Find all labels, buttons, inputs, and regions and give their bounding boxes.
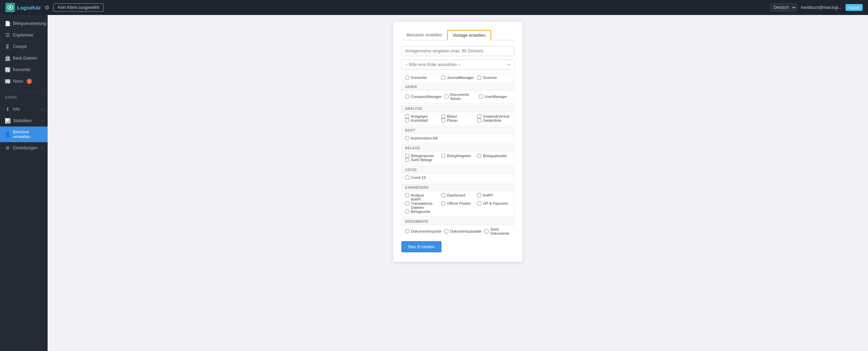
checkbox-companymanager[interactable]	[405, 95, 409, 99]
topbar-right: Deutsch English handbuch@mail.logi... lo…	[770, 3, 863, 12]
perm-item-dokumentimporter: Dokumentimporter	[405, 227, 441, 235]
perm-group-body-covid: Covid 19	[402, 173, 514, 182]
perm-group-covid: COVID Covid 19	[401, 166, 514, 183]
checkbox-gewinn-verlust[interactable]	[477, 114, 481, 118]
perm-group-dokumente: DOKUMENTE Dokumentimporter Dokumentuploa…	[401, 218, 514, 236]
language-select[interactable]: Deutsch English	[770, 3, 797, 12]
perm-label-documents-admin: Documents Admin	[450, 93, 476, 101]
submit-button[interactable]: Neu Erstellen	[401, 241, 441, 252]
checkbox-analyse[interactable]	[405, 193, 409, 197]
perm-item-op-payment: OP & Payment	[477, 197, 511, 210]
checkbox-offene-posten[interactable]	[441, 201, 445, 205]
perm-label-kontoblatt: Kontoblatt	[411, 118, 428, 122]
logo-text: LogisthAI	[17, 5, 40, 11]
logo-brand: Logisth	[17, 5, 35, 11]
checkbox-dashboard[interactable]	[441, 193, 445, 197]
checkbox-saldenliste[interactable]	[477, 118, 481, 122]
sidebar-nav-section: 📄 Belegverarbeitung ☰ Ergebnisse 🎛 Cockp…	[0, 15, 48, 90]
checkbox-beleguploader[interactable]	[477, 154, 481, 158]
perm-item-dokumentuploader: Dokumentuploader	[444, 227, 482, 235]
checkbox-belegimporter[interactable]	[405, 154, 409, 158]
logo: LogisthAI	[5, 3, 40, 12]
checkbox-kontoblatt[interactable]	[405, 118, 409, 122]
checkbox-journalmanager[interactable]	[441, 76, 445, 80]
sidebar-item-benutzer-verwalten[interactable]: 👤 Benutzer verwalten	[0, 127, 48, 142]
perm-group-analyse: ANALYSE Anlagegut Bilanz Gewinn&Verlust …	[401, 105, 514, 126]
sidebar-item-einstellungen[interactable]: ⚙ Einstellungen ›	[0, 142, 48, 154]
checkbox-documents-admin[interactable]	[445, 95, 449, 99]
sidebar-item-konverter[interactable]: 🔄 Konverter	[0, 64, 48, 76]
checkbox-sieht-dokumente[interactable]	[484, 229, 488, 233]
sidebar-label-info: Info	[13, 107, 20, 112]
perm-row-analyse-1: Anlagegut Bilanz Gewinn&Verlust	[405, 114, 511, 118]
perm-label-dokumentuploader: Dokumentuploader	[450, 229, 482, 233]
perm-item-konverter: Konverter	[405, 76, 438, 80]
role-select[interactable]: -- Bitte eine Rolle auswählen -- ▼	[401, 60, 514, 70]
document-icon: 📄	[5, 21, 10, 26]
checkbox-dokumentuploader[interactable]	[444, 229, 448, 233]
sidebar-item-info[interactable]: ℹ Info ›	[0, 103, 48, 115]
konverter-icon: 🔄	[5, 67, 10, 72]
perm-item-covid19: Covid 19	[405, 176, 511, 180]
perm-label-op-payment: OP & Payment	[483, 201, 508, 205]
checkbox-belegsuche[interactable]	[405, 210, 409, 214]
sidebar-label-statistiken: Statistiken	[13, 118, 32, 123]
checkbox-op-payment[interactable]	[477, 201, 481, 205]
perm-item-offene-posten: Offene Posten	[441, 197, 474, 210]
sidebar-item-bank-dateien[interactable]: 🏦 Bank Dateien	[0, 52, 48, 64]
checkbox-sieht-belege[interactable]	[405, 158, 409, 162]
chevron-right-icon: ›	[42, 107, 43, 111]
checkbox-covid19[interactable]	[405, 176, 409, 180]
tab-benutzer-erstellen[interactable]: Benutzer erstellen	[401, 30, 447, 40]
perm-item-usermanager: UserManager	[479, 93, 511, 101]
perm-item-kontoblatt: Kontoblatt	[405, 118, 438, 122]
client-button[interactable]: Kein Klient ausgewählt	[53, 3, 103, 12]
sidebar-item-ergebnisse[interactable]: ☰ Ergebnisse	[0, 29, 48, 41]
checkbox-usermanager[interactable]	[479, 95, 483, 99]
perm-item-belegfreigeber: Belegfreigeber	[441, 154, 474, 158]
perm-group-body-dashboard: Analyse Dashboard finAPI finAPI Transakt…	[402, 191, 514, 216]
tab-vorlage-erstellen[interactable]: Vorlage erstellen	[447, 30, 491, 40]
create-template-card: Benutzer erstellen Vorlage erstellen -- …	[393, 22, 522, 262]
logout-button[interactable]: logout	[846, 4, 863, 11]
perm-item-journalmanager: JournalManager	[441, 76, 474, 80]
perm-label-beleguploader: Beleguploader	[483, 154, 507, 158]
sidebar-label-bank-dateien: Bank Dateien	[13, 56, 37, 61]
sidebar-label-benutzer-verwalten: Benutzer verwalten	[13, 130, 43, 139]
template-name-input[interactable]	[401, 46, 514, 56]
checkbox-finapi-transaktionen[interactable]	[405, 201, 409, 205]
perm-group-dashboard: DASHBOARD Analyse Dashboard finAPI finAP…	[401, 184, 514, 217]
perm-label-covid19: Covid 19	[411, 176, 425, 180]
user-icon: 👤	[5, 132, 10, 137]
settings-icon[interactable]: ⚙	[45, 4, 49, 11]
perm-item-saldenliste: Saldenliste	[477, 118, 511, 122]
sidebar-item-news[interactable]: 📰 News 1	[0, 76, 48, 87]
sidebar-item-cockpit[interactable]: 🎛 Cockpit	[0, 41, 48, 52]
perm-group-header-dokumente: DOKUMENTE	[402, 218, 514, 225]
checkbox-belegfreigeber[interactable]	[441, 154, 445, 158]
logo-icon	[5, 3, 15, 12]
news-icon: 📰	[5, 79, 10, 84]
perm-group-body-dokumente: Dokumentimporter Dokumentuploader Sieht …	[402, 225, 514, 236]
checkbox-finapi[interactable]	[477, 193, 481, 197]
checkbox-konverter[interactable]	[405, 76, 409, 80]
checkbox-businessbox-bill[interactable]	[405, 136, 409, 140]
sidebar-item-belegverarbeitung[interactable]: 📄 Belegverarbeitung	[0, 18, 48, 29]
perm-item-sieht-dokumente: Sieht Dokumente	[484, 227, 511, 235]
perm-row-dashboard-2: finAPI Transaktions-Dateien Offene Poste…	[405, 197, 511, 210]
checkbox-anlagegut[interactable]	[405, 114, 409, 118]
checkbox-scanner[interactable]	[477, 76, 481, 80]
permissions-container: Konverter JournalManager Scanner ADMIN	[401, 73, 514, 236]
sidebar-item-statistiken[interactable]: 📊 Statistiken ›	[0, 115, 48, 127]
perm-label-belegsuche: Belegsuche	[411, 210, 431, 214]
checkbox-planer[interactable]	[441, 118, 445, 122]
sidebar-label-belegverarbeitung: Belegverarbeitung	[13, 21, 46, 26]
perm-group-body-admin: CompanyManager Documents Admin UserManag…	[402, 90, 514, 103]
news-badge: 1	[27, 79, 32, 84]
checkbox-bilanz[interactable]	[441, 114, 445, 118]
checkbox-dokumentimporter[interactable]	[405, 229, 409, 233]
perm-group-header-boxt: BOXT	[402, 127, 514, 134]
topbar-left: LogisthAI ⚙ Kein Klient ausgewählt	[5, 3, 104, 12]
perm-row-belege-1: Belegimporter Belegfreigeber Belegupload…	[405, 154, 511, 158]
admin-section-label: ADMIN	[0, 93, 48, 101]
